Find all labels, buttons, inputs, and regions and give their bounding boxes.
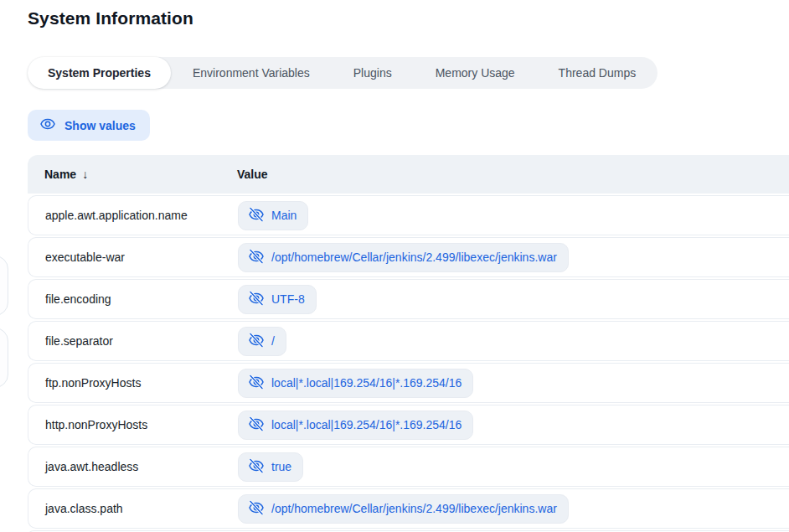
table-row: ftp.nonProxyHosts local|*.local|169.254/… bbox=[28, 363, 789, 403]
eye-off-icon bbox=[248, 206, 265, 225]
eye-off-icon bbox=[248, 290, 265, 309]
show-values-button[interactable]: Show values bbox=[28, 110, 150, 141]
property-name: java.awt.headless bbox=[28, 460, 238, 473]
system-information-page: System Information System PropertiesEnvi… bbox=[0, 0, 789, 532]
hidden-value-reveal-button[interactable]: UTF-8 bbox=[238, 285, 317, 314]
tab-thread-dumps[interactable]: Thread Dumps bbox=[537, 57, 658, 89]
hidden-value-reveal-button[interactable]: local|*.local|169.254/16|*.169.254/16 bbox=[238, 369, 473, 398]
tab-memory-usage[interactable]: Memory Usage bbox=[414, 57, 537, 89]
property-value: / bbox=[271, 334, 275, 348]
column-header-name[interactable]: Name ↓ bbox=[28, 168, 237, 181]
property-name: java.class.path bbox=[28, 502, 238, 515]
table-row: file.separator / bbox=[28, 321, 789, 361]
eye-off-icon bbox=[248, 457, 265, 477]
property-value: UTF-8 bbox=[271, 292, 305, 306]
table-row: apple.awt.application.name Main bbox=[28, 195, 789, 235]
hidden-value-reveal-button[interactable]: /opt/homebrew/Cellar/jenkins/2.499/libex… bbox=[238, 494, 569, 524]
hidden-value-reveal-button[interactable]: /opt/homebrew/Cellar/jenkins/2.499/libex… bbox=[238, 243, 569, 272]
sort-descending-icon: ↓ bbox=[82, 168, 88, 181]
page-title: System Information bbox=[28, 8, 193, 28]
tab-bar: System PropertiesEnvironment VariablesPl… bbox=[28, 57, 658, 89]
property-value: local|*.local|169.254/16|*.169.254/16 bbox=[271, 376, 462, 390]
table-row: java.class.path /opt/homebrew/Cellar/jen… bbox=[28, 488, 789, 529]
eye-off-icon bbox=[248, 499, 265, 519]
eye-off-icon bbox=[248, 416, 265, 435]
table-row: file.encoding UTF-8 bbox=[28, 279, 789, 319]
table-body: apple.awt.application.name Main executab… bbox=[28, 194, 789, 532]
left-edge-panel-fragment bbox=[0, 328, 8, 388]
table-header-row: Name ↓ Value bbox=[28, 155, 789, 194]
eye-icon bbox=[39, 116, 56, 135]
tab-plugins[interactable]: Plugins bbox=[332, 57, 414, 89]
hidden-value-reveal-button[interactable]: Main bbox=[238, 201, 308, 230]
property-name: http.nonProxyHosts bbox=[28, 418, 238, 431]
property-name: file.separator bbox=[28, 334, 238, 348]
tab-system-properties[interactable]: System Properties bbox=[28, 57, 171, 89]
hidden-value-reveal-button[interactable]: / bbox=[238, 327, 286, 356]
hidden-value-reveal-button[interactable]: true bbox=[238, 452, 303, 482]
left-edge-panel-fragment bbox=[0, 256, 8, 316]
show-values-label: Show values bbox=[64, 119, 136, 132]
property-value: /opt/homebrew/Cellar/jenkins/2.499/libex… bbox=[271, 502, 557, 515]
table-row: executable-war /opt/homebrew/Cellar/jenk… bbox=[28, 237, 789, 277]
property-value: true bbox=[271, 460, 291, 473]
eye-off-icon bbox=[248, 374, 265, 393]
column-value-label: Value bbox=[237, 168, 268, 181]
table-row: java.awt.headless true bbox=[28, 447, 789, 487]
column-header-value[interactable]: Value bbox=[237, 168, 268, 181]
property-name: ftp.nonProxyHosts bbox=[28, 376, 238, 390]
hidden-value-reveal-button[interactable]: local|*.local|169.254/16|*.169.254/16 bbox=[238, 411, 473, 440]
eye-off-icon bbox=[248, 332, 265, 351]
property-value: /opt/homebrew/Cellar/jenkins/2.499/libex… bbox=[271, 251, 557, 264]
tab-environment-variables[interactable]: Environment Variables bbox=[171, 57, 332, 89]
property-name: executable-war bbox=[28, 251, 238, 264]
property-value: local|*.local|169.254/16|*.169.254/16 bbox=[271, 418, 462, 431]
system-properties-table: Name ↓ Value apple.awt.application.name … bbox=[28, 155, 789, 532]
property-name: apple.awt.application.name bbox=[28, 209, 238, 222]
property-name: file.encoding bbox=[28, 292, 238, 306]
column-name-label: Name bbox=[44, 168, 76, 181]
property-value: Main bbox=[271, 209, 297, 222]
eye-off-icon bbox=[248, 248, 265, 267]
table-row: http.nonProxyHosts local|*.local|169.254… bbox=[28, 405, 789, 445]
